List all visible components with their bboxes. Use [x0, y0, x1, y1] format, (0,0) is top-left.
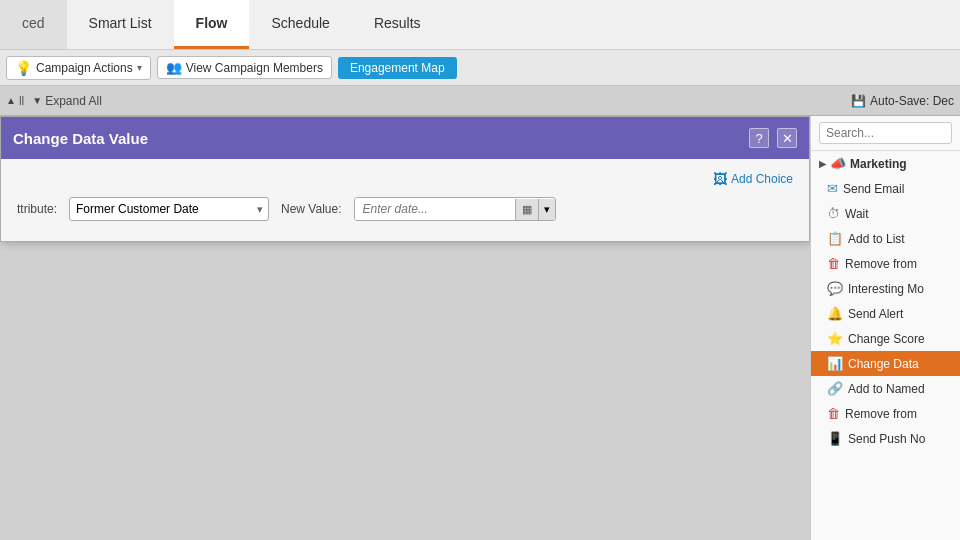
search-input[interactable]	[819, 122, 952, 144]
dropdown-arrow-icon: ▾	[137, 62, 142, 73]
collapse-all-button[interactable]: ▲ ll	[6, 94, 24, 108]
expand-icon: ▼	[32, 95, 42, 106]
wait-icon: ⏱	[827, 206, 840, 221]
score-icon: ⭐	[827, 331, 843, 346]
sidebar-item-interesting-moment[interactable]: 💬 Interesting Mo	[811, 276, 960, 301]
email-icon: ✉	[827, 181, 838, 196]
named-icon: 🔗	[827, 381, 843, 396]
sidebar-item-send-email[interactable]: ✉ Send Email	[811, 176, 960, 201]
tab-smart-list[interactable]: Smart List	[67, 0, 174, 49]
sidebar-item-send-alert[interactable]: 🔔 Send Alert	[811, 301, 960, 326]
date-dropdown-button[interactable]: ▾	[538, 199, 555, 220]
dialog-close-button[interactable]: ✕	[777, 128, 797, 148]
view-members-button[interactable]: 👥 View Campaign Members	[157, 56, 332, 79]
sidebar-item-send-push[interactable]: 📱 Send Push No	[811, 426, 960, 451]
sidebar-item-change-score[interactable]: ⭐ Change Score	[811, 326, 960, 351]
interesting-icon: 💬	[827, 281, 843, 296]
change-data-dialog: Change Data Value ? ✕ 🖼 Add Choice ttrib…	[0, 116, 810, 242]
sidebar-item-add-to-named[interactable]: 🔗 Add to Named	[811, 376, 960, 401]
main-area: Change Data Value ? ✕ 🖼 Add Choice ttrib…	[0, 116, 960, 540]
form-row: ttribute: Former Customer Date New Value…	[17, 197, 793, 221]
date-input[interactable]	[355, 198, 515, 220]
right-panel: ▶ 📣 Marketing ✉ Send Email ⏱ Wait 📋 Add …	[810, 116, 960, 540]
engagement-map-button[interactable]: Engagement Map	[338, 57, 457, 79]
dialog-title: Change Data Value	[13, 130, 148, 147]
remove-named-icon: 🗑	[827, 406, 840, 421]
attribute-select[interactable]: Former Customer Date	[69, 197, 269, 221]
expand-all-button[interactable]: ▼ Expand All	[32, 94, 102, 108]
dialog-info-button[interactable]: ?	[749, 128, 769, 148]
tab-flow[interactable]: Flow	[174, 0, 250, 49]
triangle-icon: ▶	[819, 159, 826, 169]
chevron-down-icon: ▾	[544, 203, 550, 215]
members-icon: 👥	[166, 60, 182, 75]
add-choice-button[interactable]: 🖼 Add Choice	[713, 171, 793, 187]
sidebar-item-change-data[interactable]: 📊 Change Data	[811, 351, 960, 376]
sidebar-item-remove-from-list[interactable]: 🗑 Remove from	[811, 251, 960, 276]
search-box	[811, 116, 960, 151]
dialog-body: 🖼 Add Choice ttribute: Former Customer D…	[1, 159, 809, 241]
tab-ced[interactable]: ced	[0, 0, 67, 49]
main-toolbar: 💡 Campaign Actions ▾ 👥 View Campaign Mem…	[0, 50, 960, 86]
marketing-icon: 📣	[830, 156, 846, 171]
tab-schedule[interactable]: Schedule	[249, 0, 351, 49]
dialog-header: Change Data Value ? ✕	[1, 117, 809, 159]
dialog-controls: ? ✕	[749, 128, 797, 148]
bulb-icon: 💡	[15, 60, 32, 76]
add-list-icon: 📋	[827, 231, 843, 246]
date-grid-button[interactable]: ▦	[515, 199, 538, 220]
tab-results[interactable]: Results	[352, 0, 443, 49]
top-navigation: ced Smart List Flow Schedule Results	[0, 0, 960, 50]
flow-canvas[interactable]: Change Data Value ? ✕ 🖼 Add Choice ttrib…	[0, 116, 810, 540]
remove-list-icon: 🗑	[827, 256, 840, 271]
new-value-label: New Value:	[281, 202, 341, 216]
sidebar-item-wait[interactable]: ⏱ Wait	[811, 201, 960, 226]
sidebar-item-add-to-list[interactable]: 📋 Add to List	[811, 226, 960, 251]
attribute-label: ttribute:	[17, 202, 57, 216]
marketing-section-header[interactable]: ▶ 📣 Marketing	[811, 151, 960, 176]
add-choice-row: 🖼 Add Choice	[17, 171, 793, 187]
grid-icon: ▦	[522, 203, 532, 216]
secondary-toolbar: ▲ ll ▼ Expand All 💾 Auto-Save: Dec	[0, 86, 960, 116]
alert-icon: 🔔	[827, 306, 843, 321]
push-icon: 📱	[827, 431, 843, 446]
attribute-select-wrapper: Former Customer Date	[69, 197, 269, 221]
add-choice-icon: 🖼	[713, 171, 727, 187]
data-icon: 📊	[827, 356, 843, 371]
campaign-actions-button[interactable]: 💡 Campaign Actions ▾	[6, 56, 151, 80]
sidebar-item-remove-from-named[interactable]: 🗑 Remove from	[811, 401, 960, 426]
floppy-icon: 💾	[851, 94, 866, 108]
collapse-icon: ▲	[6, 95, 16, 106]
date-input-wrapper: ▦ ▾	[354, 197, 556, 221]
autosave-status: 💾 Auto-Save: Dec	[851, 94, 954, 108]
